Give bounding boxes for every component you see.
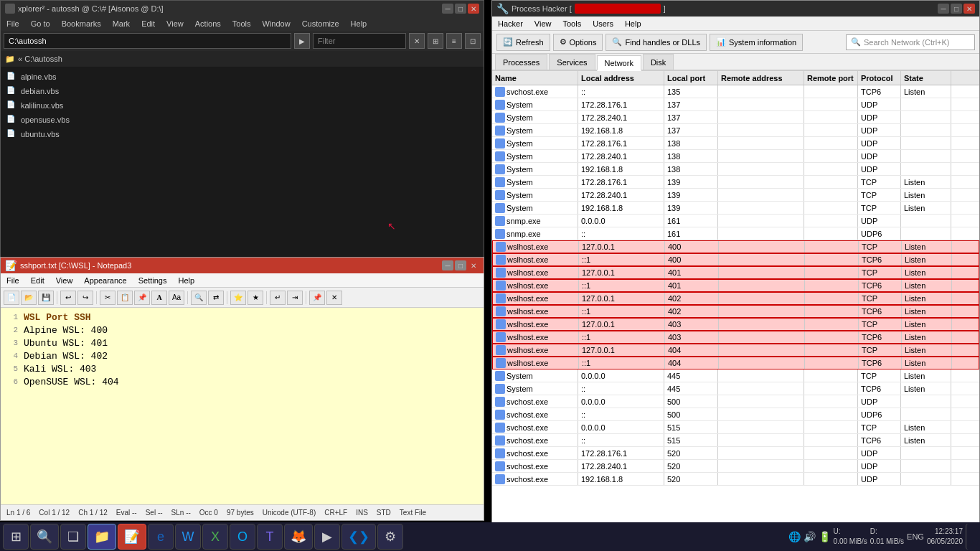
tray-icon-battery[interactable]: 🔋 (819, 531, 831, 542)
taskbar-extra-btn[interactable]: ⚙ (377, 524, 403, 550)
tray-icon-language[interactable]: ENG (907, 532, 924, 541)
table-row[interactable]: System 172.28.176.1 137 UDP (492, 98, 979, 111)
taskbar-teams-btn[interactable]: T (257, 524, 283, 550)
col-header-local[interactable]: Local address (578, 71, 664, 85)
search-button[interactable]: 🔍 (30, 524, 59, 550)
table-row[interactable]: wslhost.exe 127.0.0.1 403 TCP Listen (492, 318, 979, 331)
notepad-content[interactable]: 1 WSL Port SSH 2 Alpine WSL: 400 3 Ubunt… (1, 308, 484, 504)
ph-minimize-btn[interactable]: ─ (938, 4, 949, 14)
xplorer-menu-bookmarks[interactable]: Bookmarks (59, 19, 104, 29)
np-close2-btn[interactable]: ✕ (326, 291, 342, 305)
notepad-menu-settings[interactable]: Settings (136, 276, 170, 286)
show-desktop-btn[interactable] (966, 524, 971, 550)
table-row[interactable]: System 172.28.240.1 139 TCP Listen (492, 189, 979, 202)
table-row[interactable]: System 192.168.1.8 137 UDP (492, 124, 979, 137)
tab-services[interactable]: Services (549, 54, 595, 70)
notepad-menu-file[interactable]: File (4, 276, 22, 286)
notepad-maximize-btn[interactable]: □ (455, 260, 466, 270)
ph-menu-users[interactable]: Users (590, 19, 616, 29)
np-save-btn[interactable]: 💾 (38, 291, 54, 305)
table-row[interactable]: wslhost.exe ::1 401 TCP6 Listen (492, 279, 979, 292)
np-paste-btn[interactable]: 📌 (134, 291, 150, 305)
taskbar-explorer-btn[interactable]: 📁 (88, 524, 116, 550)
table-row[interactable]: svchost.exe 0.0.0.0 515 TCP Listen (492, 421, 979, 434)
ph-find-handles-btn[interactable]: 🔍 Find handles or DLLs (606, 34, 707, 51)
xplorer-menu-window[interactable]: Window (260, 19, 293, 29)
table-row[interactable]: svchost.exe :: 500 UDP6 (492, 408, 979, 421)
xplorer-menu-edit[interactable]: Edit (138, 19, 158, 29)
np-bookmark-btn[interactable]: ⭐ (230, 291, 246, 305)
xplorer-filter-clear[interactable]: ✕ (409, 33, 425, 49)
xplorer-minimize-btn[interactable]: ─ (442, 4, 453, 14)
notepad-menu-edit[interactable]: Edit (28, 276, 47, 286)
table-row[interactable]: svchost.exe :: 135 TCP6 Listen (492, 85, 979, 98)
xplorer-menu-help[interactable]: Help (348, 19, 370, 29)
table-row[interactable]: wslhost.exe ::1 404 TCP6 Listen (492, 357, 979, 369)
tab-disk[interactable]: Disk (643, 54, 674, 70)
np-bold-btn[interactable]: Aa (169, 291, 184, 305)
np-wrap-btn[interactable]: ↵ (270, 291, 286, 305)
ph-menu-help[interactable]: Help (622, 19, 644, 29)
tray-icon-sound[interactable]: 🔊 (804, 531, 816, 542)
xplorer-menu-tools[interactable]: Tools (230, 19, 254, 29)
xplorer-menu-mark[interactable]: Mark (110, 19, 133, 29)
xplorer-go-btn[interactable]: ▶ (294, 33, 310, 49)
ph-maximize-btn[interactable]: □ (951, 4, 962, 14)
taskbar-excel-btn[interactable]: X (202, 524, 228, 550)
np-undo-btn[interactable]: ↩ (60, 291, 76, 305)
xplorer-menu-file[interactable]: File (4, 19, 22, 29)
table-row[interactable]: snmp.exe :: 161 UDP6 (492, 227, 979, 240)
notepad-menu-view[interactable]: View (53, 276, 76, 286)
taskbar-outlook-btn[interactable]: O (230, 524, 255, 550)
notepad-menu-help[interactable]: Help (175, 276, 197, 286)
ph-table-body[interactable]: svchost.exe :: 135 TCP6 Listen System 17… (492, 85, 979, 534)
taskbar-terminal-btn[interactable]: ▶ (314, 524, 340, 550)
notepad-menu-appearance[interactable]: Appearance (81, 276, 129, 286)
table-row[interactable]: System :: 445 TCP6 Listen (492, 382, 979, 395)
col-header-name[interactable]: Name (492, 71, 578, 85)
xplorer-maximize-btn[interactable]: □ (455, 4, 466, 14)
taskbar-vscode-btn[interactable]: ❮❯ (341, 524, 376, 550)
table-row[interactable]: System 172.28.176.1 138 UDP (492, 137, 979, 150)
table-row[interactable]: wslhost.exe 127.0.0.1 402 TCP Listen (492, 292, 979, 305)
np-pin-btn[interactable]: 📌 (309, 291, 325, 305)
start-button[interactable]: ⊞ (3, 524, 29, 550)
ph-close-btn[interactable]: ✕ (963, 4, 975, 14)
table-row[interactable]: System 192.168.1.8 139 TCP Listen (492, 202, 979, 215)
table-row[interactable]: svchost.exe :: 515 TCP6 Listen (492, 434, 979, 447)
xplorer-view-btn[interactable]: ⊞ (428, 33, 443, 49)
xplorer-filter-bar[interactable]: Filter (313, 33, 406, 49)
np-replace-btn[interactable]: ⇄ (208, 291, 224, 305)
np-search-btn[interactable]: 🔍 (191, 291, 207, 305)
np-cut-btn[interactable]: ✂ (100, 291, 116, 305)
xplorer-menu-view[interactable]: View (164, 19, 187, 29)
table-row[interactable]: wslhost.exe ::1 402 TCP6 Listen (492, 305, 979, 318)
tray-icon-network[interactable]: 🌐 (788, 531, 801, 542)
ph-menu-tools[interactable]: Tools (560, 19, 585, 29)
table-row[interactable]: wslhost.exe 127.0.0.1 404 TCP Listen (492, 344, 979, 357)
ph-options-btn[interactable]: ⚙ Options (553, 34, 603, 51)
np-open-btn[interactable]: 📂 (21, 291, 37, 305)
xplorer-extra-btn2[interactable]: ⊡ (465, 33, 481, 49)
list-item[interactable]: 📄 ubuntu.vbs (1, 127, 484, 141)
col-header-proto[interactable]: Protocol (858, 71, 901, 85)
col-header-remote[interactable]: Remote address (718, 71, 804, 85)
ph-refresh-btn[interactable]: 🔄 Refresh (496, 34, 550, 51)
np-bookmark2-btn[interactable]: ★ (248, 291, 263, 305)
np-indent-btn[interactable]: ⇥ (287, 291, 303, 305)
col-header-rport[interactable]: Remote port (804, 71, 858, 85)
system-clock[interactable]: 12:23:17 06/05/2020 (927, 527, 963, 547)
taskbar-notepad-btn[interactable]: 📝 (118, 524, 146, 550)
table-row[interactable]: wslhost.exe 127.0.0.1 401 TCP Listen (492, 266, 979, 279)
xplorer-close-btn[interactable]: ✕ (468, 4, 479, 14)
table-row[interactable]: svchost.exe 192.168.1.8 520 UDP (492, 473, 979, 486)
list-item[interactable]: 📄 debian.vbs (1, 84, 484, 98)
table-row[interactable]: System 0.0.0.0 445 TCP Listen (492, 369, 979, 382)
col-header-lport[interactable]: Local port (664, 71, 718, 85)
table-row[interactable]: svchost.exe 172.28.240.1 520 UDP (492, 460, 979, 473)
table-row[interactable]: System 192.168.1.8 138 UDP (492, 163, 979, 176)
tab-processes[interactable]: Processes (495, 54, 547, 70)
table-row[interactable]: System 172.28.176.1 139 TCP Listen (492, 176, 979, 189)
xplorer-menu-goto[interactable]: Go to (28, 19, 53, 29)
taskbar-word-btn[interactable]: W (175, 524, 201, 550)
